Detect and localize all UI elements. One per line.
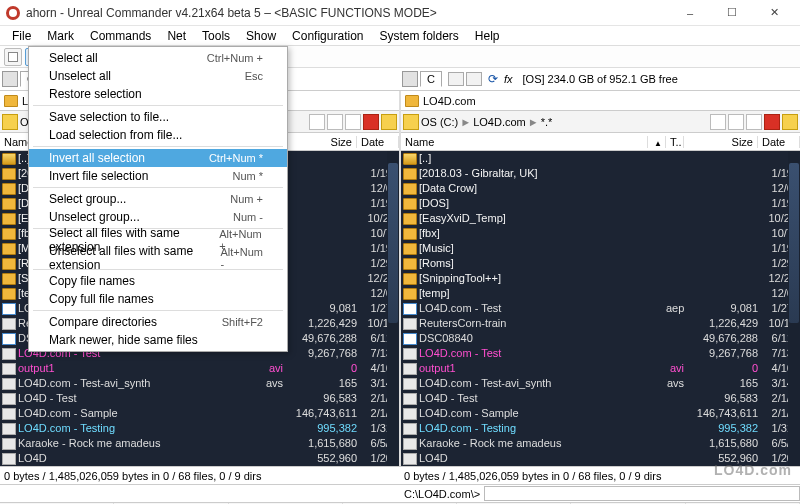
menu-item-unselect-group-[interactable]: Unselect group...Num - [29,208,287,226]
file-icon [2,333,16,345]
file-row[interactable]: LO4D.com - Test9,267,7687/13/ [401,346,800,361]
mark-menu[interactable]: Select allCtrl+Num +Unselect allEscResto… [28,46,288,352]
col-t[interactable]: T.. [666,136,684,148]
pane-button[interactable] [746,114,762,130]
col-size[interactable]: Size [283,136,357,148]
drive-icon[interactable] [2,71,18,87]
file-row[interactable]: output1avi04/16/ [0,361,399,376]
file-row[interactable]: LO4D.com - Test-avi_synthavs1653/14/ [401,376,800,391]
file-size: 0 [283,361,357,376]
col-name[interactable]: Name [401,136,648,148]
file-row[interactable]: [Music]1/19/ [401,241,800,256]
file-row[interactable]: [Data Crow]12/6/ [401,181,800,196]
menu-help[interactable]: Help [467,27,508,45]
file-list-right[interactable]: [..][2018.03 - Gibraltar, UK]1/19/[Data … [401,151,800,466]
file-row[interactable]: LO4D552,9601/20/ [0,451,399,466]
menu-item-save-selection-to-file-[interactable]: Save selection to file... [29,108,287,126]
pane-button[interactable] [710,114,726,130]
menu-mark[interactable]: Mark [39,27,82,45]
file-row[interactable]: LO4D.com - Testing995,3821/31/ [401,421,800,436]
file-row[interactable]: [2018.03 - Gibraltar, UK]1/19/ [401,166,800,181]
breadcrumb[interactable]: OS (C:) ► LO4D.com ► *.* [421,116,708,128]
crumb[interactable]: OS (C:) [421,116,458,128]
menu-separator [33,146,283,147]
scrollbar[interactable] [788,151,800,466]
pane-button[interactable] [345,114,361,130]
pane-button[interactable] [327,114,343,130]
file-row[interactable]: LO4D.com - Test-avi_synthavs1653/14/ [0,376,399,391]
menu-item-unselect-all[interactable]: Unselect allEsc [29,67,287,85]
menu-item-compare-directories[interactable]: Compare directoriesShift+F2 [29,313,287,331]
menu-item-load-selection-from-file-[interactable]: Load selection from file... [29,126,287,144]
file-row[interactable]: [SnippingTool++]12/23 [401,271,800,286]
fx-label: fx [504,73,513,85]
file-row[interactable]: [Roms]1/29/ [401,256,800,271]
menu-item-invert-all-selection[interactable]: Invert all selectionCtrl+Num * [29,149,287,167]
menu-label: Select all [49,51,98,65]
pane-button[interactable] [363,114,379,130]
file-row[interactable]: LO4D - Test96,5832/1/2 [0,391,399,406]
pane-button[interactable] [309,114,325,130]
col-date[interactable]: Date [758,136,800,148]
file-row[interactable]: LO4D552,9601/20/ [401,451,800,466]
file-row[interactable]: LO4D.com - Testing995,3821/31/ [0,421,399,436]
file-row[interactable]: [temp]12/6/ [401,286,800,301]
pane-button[interactable] [381,114,397,130]
pane-button[interactable] [728,114,744,130]
menu-tools[interactable]: Tools [194,27,238,45]
pane-toolbar: OS (C:) ► LO4D.com ► *.* [401,111,800,133]
file-icon [403,303,417,315]
file-row[interactable]: [EasyXviD_Temp]10/27 [401,211,800,226]
menu-item-unselect-all-files-with-same-extension[interactable]: Unselect all files with same extensionAl… [29,249,287,267]
menu-item-invert-file-selection[interactable]: Invert file selectionNum * [29,167,287,185]
menu-show[interactable]: Show [238,27,284,45]
menu-item-select-group-[interactable]: Select group...Num + [29,190,287,208]
file-row[interactable]: LO4D - Test96,5832/1/2 [401,391,800,406]
list-header[interactable]: Name ▲ T.. Size Date [401,133,800,151]
col-size[interactable]: Size [684,136,758,148]
toolbar-icon[interactable] [466,72,482,86]
drive-tab-c[interactable]: C [420,71,442,87]
crumb[interactable]: LO4D.com [473,116,526,128]
file-row[interactable]: [..] [401,151,800,166]
file-row[interactable]: Karaoke - Rock me amadeus1,615,6806/5/2 [0,436,399,451]
minimize-button[interactable]: – [670,3,710,23]
file-row[interactable]: ReutersCorn-train1,226,42910/18 [401,316,800,331]
scroll-thumb[interactable] [388,163,398,323]
folder-tab[interactable]: LO4D.com [401,91,800,111]
file-row[interactable]: [fbx]10/7/ [401,226,800,241]
file-row[interactable]: output1avi04/16/ [401,361,800,376]
maximize-button[interactable]: ☐ [712,3,752,23]
menu-item-restore-selection[interactable]: Restore selection [29,85,287,103]
menu-item-copy-file-names[interactable]: Copy file names [29,272,287,290]
nav-button[interactable] [403,114,419,130]
toolbar-icon[interactable] [448,72,464,86]
col-date[interactable]: Date [357,136,399,148]
refresh-icon[interactable]: ⟳ [486,72,500,86]
menu-item-select-all[interactable]: Select allCtrl+Num + [29,49,287,67]
toolbar-button[interactable] [4,48,22,66]
cmd-input[interactable] [484,486,800,501]
drive-icon[interactable] [402,71,418,87]
col-type[interactable]: ▲ [648,136,666,148]
file-row[interactable]: LO4D.com - Testaep9,0811/27/ [401,301,800,316]
menubar: FileMarkCommandsNetToolsShowConfiguratio… [0,26,800,46]
menu-item-mark-newer-hide-same-files[interactable]: Mark newer, hide same files [29,331,287,349]
scrollbar[interactable] [387,151,399,466]
close-button[interactable]: ✕ [754,3,794,23]
menu-item-copy-full-file-names[interactable]: Copy full file names [29,290,287,308]
nav-button[interactable] [2,114,18,130]
file-row[interactable]: DSC0884049,676,2886/11/ [401,331,800,346]
menu-net[interactable]: Net [159,27,194,45]
scroll-thumb[interactable] [789,163,799,323]
menu-configuration[interactable]: Configuration [284,27,371,45]
menu-file[interactable]: File [4,27,39,45]
file-row[interactable]: LO4D.com - Sample146,743,6112/1/2 [0,406,399,421]
file-row[interactable]: LO4D.com - Sample146,743,6112/1/2 [401,406,800,421]
file-row[interactable]: Karaoke - Rock me amadeus1,615,6806/5/2 [401,436,800,451]
menu-system-folders[interactable]: System folders [372,27,467,45]
pane-button[interactable] [782,114,798,130]
file-row[interactable]: [DOS]1/19/ [401,196,800,211]
menu-commands[interactable]: Commands [82,27,159,45]
pane-button[interactable] [764,114,780,130]
